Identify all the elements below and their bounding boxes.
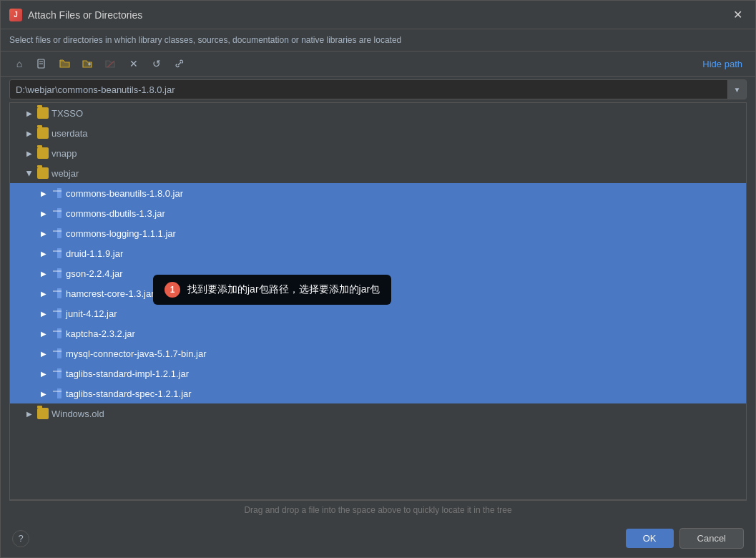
tooltip-text: 找到要添加的jar包路径，选择要添加的jar包 [187,283,380,296]
item-label-vnapp: vnapp [51,148,77,159]
folder-disabled-button[interactable] [101,54,121,73]
expand-arrow-txsso: ▶ [24,109,34,117]
item-label-junit: junit-4.12.jar [66,308,117,319]
tree-item-junit[interactable]: ▶ junit-4.12.jar [10,303,746,323]
item-label-commons-beanutils: commons-beanutils-1.8.0.jar [66,188,183,199]
jar-icon-commons-dbutils [51,207,63,219]
title-bar: J Attach Files or Directories ✕ [1,1,755,29]
tree-item-windows-old[interactable]: ▶ Windows.old [10,403,746,424]
expand-arrow-taglibs-spec: ▶ [39,390,49,398]
expand-arrow-webjar: ▶ [26,168,34,178]
expand-arrow-hamcrest: ▶ [39,290,49,298]
jar-icon-gson [51,268,63,279]
dialog-title: Attach Files or Directories [28,9,723,21]
jar-icon-commons-logging [51,227,63,239]
jar-icon-taglibs-spec [51,388,63,399]
tree-item-kaptcha[interactable]: ▶ kaptcha-2.3.2.jar [10,323,746,343]
tree-item-vnapp[interactable]: ▶ vnapp [10,143,746,163]
item-label-commons-logging: commons-logging-1.1.1.jar [66,228,176,239]
jar-icon-kaptcha [51,328,63,339]
bottom-bar: ? OK Cancel [1,519,755,557]
item-label-userdata: userdata [51,128,88,139]
home-button[interactable]: ⌂ [9,54,29,73]
tree-item-commons-logging[interactable]: ▶ commons-logging-1.1.1.jar [10,223,746,243]
item-label-hamcrest: hamcrest-core-1.3.jar [66,288,154,299]
expand-arrow-commons-beanutils: ▶ [39,190,49,197]
item-label-taglibs-spec: taglibs-standard-spec-1.2.1.jar [66,388,192,399]
expand-arrow-taglibs-impl: ▶ [39,370,49,378]
folder-new-button[interactable] [78,54,98,73]
help-button[interactable]: ? [12,530,29,547]
folder-icon-windows-old [37,408,49,419]
folder-open-button[interactable] [55,54,75,73]
app-icon: J [9,9,22,21]
folder-icon-vnapp [37,147,49,159]
expand-arrow-commons-dbutils: ▶ [39,210,49,217]
item-label-commons-dbutils: commons-dbutils-1.3.jar [66,208,165,219]
expand-arrow-gson: ▶ [39,270,49,278]
folder-icon-txsso [37,107,49,119]
item-label-kaptcha: kaptcha-2.3.2.jar [66,328,135,339]
tree-item-userdata[interactable]: ▶ userdata [10,123,746,143]
item-label-webjar: webjar [51,168,79,179]
item-label-txsso: TXSSO [51,108,83,119]
expand-arrow-junit: ▶ [39,310,49,318]
tree-item-commons-dbutils[interactable]: ▶ commons-dbutils-1.3.jar [10,203,746,223]
tooltip-badge: 1 [165,282,180,298]
item-label-mysql-connector: mysql-connector-java-5.1.7-bin.jar [66,348,207,359]
jar-icon-commons-beanutils [51,187,63,199]
jar-icon-mysql-connector [51,348,63,359]
item-label-windows-old: Windows.old [51,408,104,419]
jar-icon-hamcrest [51,288,63,299]
dialog-subtitle: Select files or directories in which lib… [1,29,755,52]
path-dropdown-button[interactable]: ▼ [727,80,746,99]
ok-button[interactable]: OK [626,529,674,548]
drag-hint: Drag and drop a file into the space abov… [9,500,747,519]
expand-arrow-vnapp: ▶ [24,150,34,157]
item-label-gson: gson-2.2.4.jar [66,268,123,279]
file-new-button[interactable] [32,54,52,73]
path-input[interactable] [10,81,727,99]
jar-icon-druid [51,248,63,259]
jar-icon-taglibs-impl [51,368,63,379]
tooltip-overlay: 1 找到要添加的jar包路径，选择要添加的jar包 [153,275,391,305]
expand-arrow-commons-logging: ▶ [39,230,49,238]
hide-path-button[interactable]: Hide path [698,56,747,72]
tree-item-webjar[interactable]: ▶ webjar [10,163,746,183]
item-label-druid: druid-1.1.9.jar [66,248,123,259]
link-button[interactable] [170,54,190,73]
toolbar: ⌂ ✕ ↺ Hide path [1,52,755,77]
delete-button[interactable]: ✕ [124,54,144,73]
folder-icon-userdata [37,127,49,139]
attach-files-dialog: J Attach Files or Directories ✕ Select f… [0,0,756,558]
refresh-button[interactable]: ↺ [147,54,167,73]
tree-item-txsso[interactable]: ▶ TXSSO [10,103,746,123]
expand-arrow-druid: ▶ [39,250,49,258]
item-label-taglibs-impl: taglibs-standard-impl-1.2.1.jar [66,368,189,379]
tree-item-taglibs-impl[interactable]: ▶ taglibs-standard-impl-1.2.1.jar [10,363,746,383]
tree-item-mysql-connector[interactable]: ▶ mysql-connector-java-5.1.7-bin.jar [10,343,746,363]
expand-arrow-userdata: ▶ [24,129,34,137]
tree-item-commons-beanutils[interactable]: ▶ commons-beanutils-1.8.0.jar [10,183,746,203]
expand-arrow-kaptcha: ▶ [39,330,49,338]
cancel-button[interactable]: Cancel [679,528,744,549]
expand-arrow-windows-old: ▶ [24,410,34,418]
tree-item-druid[interactable]: ▶ druid-1.1.9.jar [10,243,746,263]
tree-item-taglibs-spec[interactable]: ▶ taglibs-standard-spec-1.2.1.jar [10,383,746,403]
path-bar: ▼ [9,79,747,99]
jar-icon-junit [51,308,63,319]
file-tree[interactable]: ▶ TXSSO ▶ userdata ▶ vnapp ▶ webjar ▶ co… [9,102,747,500]
expand-arrow-mysql-connector: ▶ [39,350,49,358]
folder-icon-webjar [37,167,49,179]
close-button[interactable]: ✕ [729,6,747,23]
